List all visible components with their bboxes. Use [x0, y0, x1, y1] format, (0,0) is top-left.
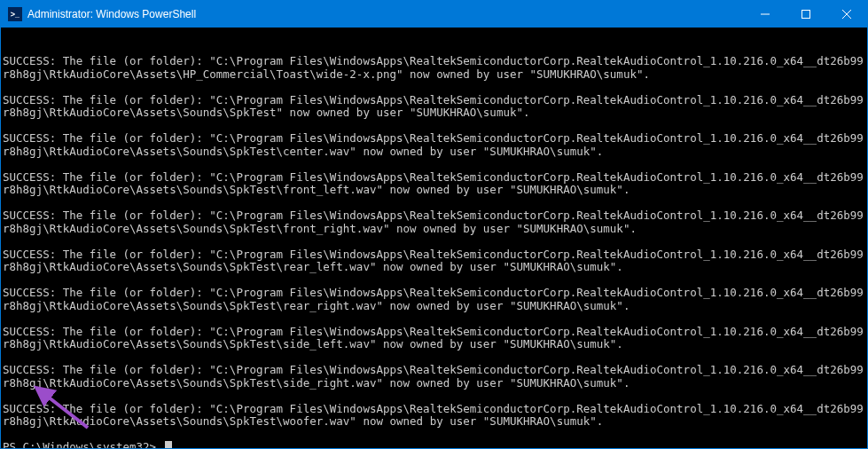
output-line: SUCCESS: The file (or folder): "C:\Progr…	[3, 364, 865, 390]
output-line: SUCCESS: The file (or folder): "C:\Progr…	[3, 132, 865, 158]
output-line: SUCCESS: The file (or folder): "C:\Progr…	[3, 248, 865, 274]
powershell-window: >_ Administrator: Windows PowerShell SUC…	[0, 0, 868, 449]
close-button[interactable]	[826, 1, 867, 28]
prompt-text: PS C:\Windows\system32>	[3, 440, 163, 448]
minimize-button[interactable]	[745, 1, 786, 28]
cursor	[165, 441, 172, 448]
output-line: SUCCESS: The file (or folder): "C:\Progr…	[3, 287, 865, 312]
prompt-line[interactable]: PS C:\Windows\system32>	[3, 441, 865, 448]
output-line: SUCCESS: The file (or folder): "C:\Progr…	[3, 171, 865, 197]
window-title: Administrator: Windows PowerShell	[27, 8, 745, 20]
powershell-icon: >_	[8, 7, 22, 21]
output-line: SUCCESS: The file (or folder): "C:\Progr…	[3, 403, 865, 429]
output-line: SUCCESS: The file (or folder): "C:\Progr…	[3, 94, 865, 120]
output-line: SUCCESS: The file (or folder): "C:\Progr…	[3, 209, 865, 235]
terminal-output[interactable]: SUCCESS: The file (or folder): "C:\Progr…	[1, 28, 867, 448]
titlebar[interactable]: >_ Administrator: Windows PowerShell	[1, 1, 867, 28]
svg-rect-1	[802, 11, 810, 19]
output-line: SUCCESS: The file (or folder): "C:\Progr…	[3, 55, 865, 81]
output-line: SUCCESS: The file (or folder): "C:\Progr…	[3, 326, 865, 351]
terminal-content: SUCCESS: The file (or folder): "C:\Progr…	[3, 55, 865, 448]
maximize-button[interactable]	[786, 1, 826, 28]
window-controls	[745, 1, 867, 28]
icon-text: >_	[11, 10, 20, 19]
